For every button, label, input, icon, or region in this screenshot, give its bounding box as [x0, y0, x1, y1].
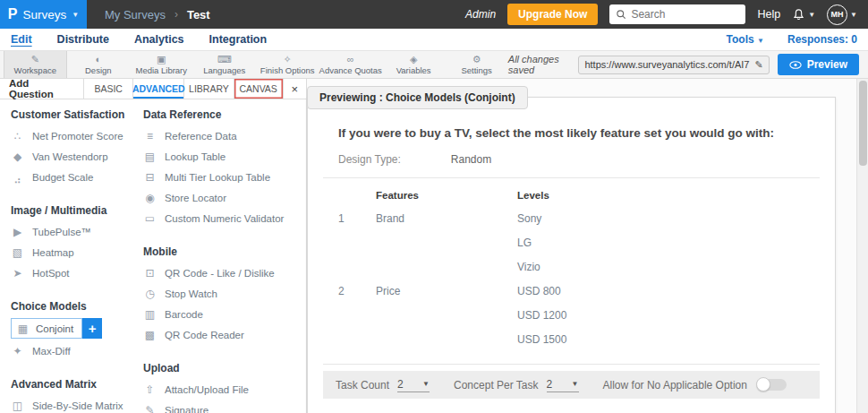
question-type-reference-data[interactable]: ≡Reference Data [143, 125, 304, 146]
toolbar-languages[interactable]: ⌨Languages [193, 51, 256, 78]
question-type-store-locator[interactable]: ◉Store Locator [143, 187, 304, 208]
question-type-side-by-side-matrix[interactable]: ◫Side-By-Side Matrix [11, 395, 143, 413]
question-type-tubepulse[interactable]: ▶TubePulse™ [11, 221, 143, 242]
edit-url-pencil-icon[interactable]: ✎ [754, 59, 762, 71]
question-type-max-diff[interactable]: ✦Max-Diff [11, 340, 143, 361]
conjoint-preview-card: Previewing : Choice Models (Conjoint) If… [307, 97, 836, 413]
question-type-hotspot[interactable]: ➤HotSpot [11, 262, 143, 283]
finish-options-wand-icon: ✧ [284, 55, 292, 65]
level-value: USD 1500 [517, 328, 804, 352]
question-type-stop-watch[interactable]: ◷Stop Watch [143, 283, 304, 304]
toolbar-variables[interactable]: ◈Variables [382, 51, 445, 78]
add-conjoint-button[interactable]: + [82, 318, 102, 339]
nav-tab-integration[interactable]: Integration [209, 33, 268, 46]
question-type-barcode[interactable]: ▥Barcode [143, 304, 304, 324]
notifications-menu[interactable]: ▼ [792, 8, 815, 22]
level-value: USD 1200 [517, 304, 804, 328]
no-applicable-toggle[interactable] [757, 379, 787, 391]
breadcrumb-my-surveys[interactable]: My Surveys [105, 8, 166, 22]
tab-basic[interactable]: BASIC [84, 79, 133, 99]
features-levels-table: Features Levels 1 Brand Sony LG Vizio 2 … [338, 190, 804, 352]
tools-menu[interactable]: Tools ▼ [727, 33, 764, 46]
question-panel-tabs: Add Question BASIC ADVANCED LIBRARY CANV… [0, 79, 306, 99]
question-type-multi-tier-lookup-table[interactable]: ⊟Multi Tier Lookup Table [143, 167, 304, 187]
concept-per-task-label: Concept Per Task [454, 379, 539, 391]
levels-header: Levels [517, 190, 804, 201]
signature-pen-icon: ✎ [143, 404, 157, 413]
question-type-van-westendorp[interactable]: ◆Van Westendorp [11, 146, 143, 167]
scrollbar-thumb[interactable] [859, 81, 867, 166]
responses-count[interactable]: Responses: 0 [787, 33, 857, 46]
group-title: Upload [143, 362, 304, 374]
question-type-net-promoter-score[interactable]: ∴Net Promoter Score [11, 125, 143, 146]
toolbar-settings[interactable]: ⚙Settings [445, 51, 507, 78]
tab-library[interactable]: LIBRARY [184, 79, 234, 99]
feature-number: 1 [338, 207, 376, 280]
survey-url-box[interactable]: ✎ [578, 56, 769, 74]
breadcrumb: My Surveys › Test [105, 8, 210, 22]
van-westendorp-tag-icon: ◆ [11, 151, 24, 163]
question-type-lookup-table[interactable]: ▤Lookup Table [143, 146, 304, 167]
concept-per-task-dropdown[interactable]: 2▼ [547, 378, 579, 392]
search-input[interactable] [631, 8, 729, 21]
qr-code-like-dislike-icon: ⊡ [143, 267, 157, 280]
question-type-heatmap[interactable]: ▧Heatmap [11, 242, 143, 262]
question-text: If you were to buy a TV, select the most… [338, 126, 804, 140]
question-type-attach-upload-file[interactable]: ⇧Attach/Upload File [143, 379, 304, 400]
design-palette-icon: ◐ [95, 55, 101, 65]
conjoint-grid-icon: ▦ [16, 323, 30, 335]
nav-tab-edit[interactable]: Edit [11, 33, 32, 46]
toolbar-finish-options[interactable]: ✧Finish Options [256, 51, 319, 78]
close-icon[interactable]: × [284, 79, 306, 99]
question-type-qr-code-like-dislike[interactable]: ⊡QR Code - Like / Dislike [143, 262, 304, 283]
group-title: Image / Multimedia [11, 204, 143, 217]
main-content: Add Question BASIC ADVANCED LIBRARY CANV… [0, 79, 868, 413]
toolbar-workspace[interactable]: ✎Workspace [4, 51, 67, 78]
eye-icon [789, 61, 802, 69]
questionpro-logo-icon: P [8, 6, 18, 22]
toolbar-design[interactable]: ◐Design [67, 51, 130, 78]
group-advanced-matrix: Advanced Matrix ◫Side-By-Side Matrix ⊞Co… [11, 378, 143, 413]
account-menu[interactable]: MH ▼ [827, 4, 857, 25]
plus-icon: + [89, 321, 97, 336]
conjoint-settings-bar: Task Count 2▼ Concept Per Task 2▼ Allow … [323, 371, 820, 399]
nav-tab-analytics[interactable]: Analytics [134, 33, 184, 46]
toolbar-media-library[interactable]: ▣Media Library [130, 51, 192, 78]
reference-data-icon: ≡ [143, 130, 157, 142]
help-link[interactable]: Help [757, 8, 780, 21]
store-locator-pin-icon: ◉ [143, 192, 157, 204]
tab-advanced[interactable]: ADVANCED [133, 79, 184, 99]
features-header: Features [376, 190, 517, 201]
preview-button[interactable]: Preview [778, 54, 859, 75]
chevron-down-icon: ▼ [422, 380, 430, 388]
global-search[interactable] [609, 4, 745, 24]
group-title: Customer Satisfaction [11, 108, 143, 121]
media-library-icon: ▣ [157, 55, 166, 65]
level-value: LG [517, 231, 804, 255]
add-question-label[interactable]: Add Question [0, 79, 84, 99]
design-type-row: Design Type: Random [338, 153, 804, 166]
feature-name: Price [376, 280, 517, 352]
group-image-multimedia: Image / Multimedia ▶TubePulse™ ▧Heatmap … [11, 204, 143, 283]
toggle-knob [756, 377, 770, 391]
task-count-dropdown[interactable]: 2▼ [397, 378, 430, 392]
preview-area: Previewing : Choice Models (Conjoint) If… [307, 79, 868, 413]
admin-label[interactable]: Admin [465, 8, 496, 21]
vertical-scrollbar[interactable] [856, 79, 868, 413]
question-type-conjoint[interactable]: ▦Conjoint [11, 318, 82, 339]
question-type-qr-code-reader[interactable]: ▩QR Code Reader [143, 324, 304, 345]
nav-tab-distribute[interactable]: Distribute [57, 33, 109, 46]
max-diff-wand-icon: ✦ [11, 345, 24, 357]
question-type-custom-numeric-validator[interactable]: ▭Custom Numeric Validator [143, 208, 304, 228]
survey-url-input[interactable] [584, 59, 750, 70]
variables-tag-icon: ◈ [410, 55, 417, 65]
table-row: 1 Brand Sony LG Vizio [338, 207, 804, 280]
group-data-reference: Data Reference ≡Reference Data ▤Lookup T… [143, 108, 304, 228]
product-switcher[interactable]: P Surveys ▼ [0, 0, 87, 29]
lookup-table-icon: ▤ [143, 151, 157, 163]
toolbar-advance-quotas[interactable]: ∞Advance Quotas [319, 51, 381, 78]
question-type-budget-scale[interactable]: ⣠Budget Scale [11, 167, 143, 187]
tab-canvas[interactable]: CANVAS [234, 79, 284, 99]
upgrade-now-button[interactable]: Upgrade Now [507, 4, 598, 25]
question-type-signature[interactable]: ✎Signature [143, 400, 304, 413]
